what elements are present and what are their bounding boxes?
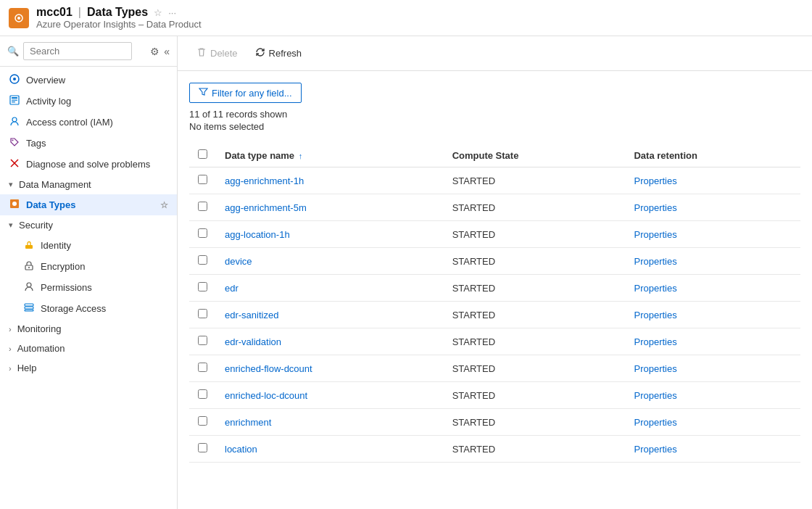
- data-type-retention[interactable]: Properties: [625, 436, 800, 463]
- refresh-button[interactable]: Refresh: [248, 44, 310, 63]
- data-type-retention[interactable]: Properties: [625, 382, 800, 409]
- table-row: edrSTARTEDProperties: [189, 275, 800, 302]
- row-checkbox[interactable]: [198, 228, 207, 238]
- col-header-name: Data type name ↑: [216, 144, 444, 167]
- data-type-name[interactable]: agg-enrichment-1h: [216, 167, 444, 194]
- collapse-icon[interactable]: «: [164, 46, 170, 57]
- sidebar-nav: Overview Activity log Access control (IA…: [0, 67, 177, 509]
- sidebar-section-data-management[interactable]: ▾ Data Managment: [0, 175, 177, 194]
- sidebar-item-encryption[interactable]: Encryption: [0, 256, 177, 277]
- activity-log-icon: [9, 95, 20, 107]
- filter-bar: Filter for any field...: [189, 83, 800, 103]
- sidebar-item-tags[interactable]: Tags: [0, 133, 177, 154]
- data-type-state: STARTED: [444, 409, 626, 436]
- records-shown: 11 of 11 records shown: [189, 109, 800, 120]
- data-table: Data type name ↑ Compute State Data rete…: [189, 144, 800, 463]
- svg-point-9: [12, 117, 17, 122]
- favorite-icon[interactable]: ☆: [154, 7, 162, 18]
- data-types-star-icon[interactable]: ☆: [160, 200, 168, 210]
- data-type-state: STARTED: [444, 302, 626, 328]
- more-options-icon[interactable]: ···: [168, 7, 176, 18]
- data-management-chevron: ▾: [9, 180, 13, 189]
- sidebar-item-overview[interactable]: Overview: [0, 70, 177, 91]
- sidebar-section-help[interactable]: › Help: [0, 358, 177, 378]
- row-checkbox[interactable]: [198, 309, 207, 318]
- sidebar-item-access-control[interactable]: Access control (IAM): [0, 112, 177, 133]
- automation-chevron: ›: [9, 344, 12, 353]
- main-content: Delete Refresh Filter for any field...: [178, 36, 812, 509]
- storage-access-icon: [23, 302, 35, 315]
- delete-label: Delete: [210, 48, 238, 59]
- row-checkbox[interactable]: [198, 363, 207, 372]
- data-type-name[interactable]: device: [216, 248, 444, 275]
- table-row: enriched-flow-dcountSTARTEDProperties: [189, 355, 800, 382]
- svg-rect-8: [12, 102, 15, 102]
- data-type-retention[interactable]: Properties: [625, 355, 800, 382]
- sidebar-section-monitoring[interactable]: › Monitoring: [0, 319, 177, 339]
- data-type-retention[interactable]: Properties: [625, 328, 800, 355]
- table-row: edr-validationSTARTEDProperties: [189, 328, 800, 355]
- data-type-retention[interactable]: Properties: [625, 409, 800, 436]
- data-type-name[interactable]: agg-location-1h: [216, 221, 444, 248]
- search-input[interactable]: [23, 42, 132, 60]
- filter-button[interactable]: Filter for any field...: [189, 83, 302, 103]
- header-separator: |: [78, 6, 81, 19]
- data-type-name[interactable]: location: [216, 436, 444, 463]
- data-type-name[interactable]: enrichment: [216, 409, 444, 436]
- sidebar-item-diagnose[interactable]: Diagnose and solve problems: [0, 154, 177, 175]
- top-header: mcc01 | Data Types ☆ ··· Azure Operator …: [0, 0, 812, 36]
- sidebar-section-data-management-label: Data Managment: [19, 179, 91, 190]
- sidebar-item-storage-access[interactable]: Storage Access: [0, 298, 177, 319]
- sidebar-item-activity-log[interactable]: Activity log: [0, 91, 177, 112]
- sidebar-item-data-types[interactable]: Data Types ☆: [0, 194, 177, 215]
- settings-icon[interactable]: ⚙: [150, 46, 160, 57]
- sidebar-item-encryption-label: Encryption: [41, 261, 85, 272]
- permissions-icon: [23, 281, 35, 294]
- data-type-name[interactable]: edr: [216, 275, 444, 302]
- row-checkbox[interactable]: [198, 255, 207, 265]
- svg-rect-15: [25, 245, 33, 249]
- select-all-header[interactable]: [189, 144, 216, 167]
- row-checkbox[interactable]: [198, 443, 207, 452]
- monitoring-chevron: ›: [9, 325, 12, 334]
- sidebar-item-permissions[interactable]: Permissions: [0, 277, 177, 298]
- data-type-state: STARTED: [444, 194, 626, 221]
- sidebar-section-security[interactable]: ▾ Security: [0, 215, 177, 235]
- delete-icon: [196, 47, 207, 59]
- select-all-checkbox[interactable]: [198, 149, 207, 159]
- data-type-retention[interactable]: Properties: [625, 302, 800, 328]
- row-checkbox[interactable]: [198, 336, 207, 345]
- sort-icon[interactable]: ↑: [299, 152, 303, 160]
- sidebar-item-identity[interactable]: Identity: [0, 235, 177, 256]
- svg-point-18: [27, 283, 31, 287]
- help-chevron: ›: [9, 364, 12, 373]
- svg-point-10: [12, 140, 14, 141]
- data-type-name[interactable]: edr-validation: [216, 328, 444, 355]
- encryption-icon: [23, 260, 35, 273]
- data-type-retention[interactable]: Properties: [625, 221, 800, 248]
- row-checkbox[interactable]: [198, 416, 207, 426]
- sidebar-section-monitoring-label: Monitoring: [17, 323, 62, 334]
- row-checkbox[interactable]: [198, 202, 207, 211]
- row-checkbox[interactable]: [198, 175, 207, 184]
- data-type-name[interactable]: enriched-flow-dcount: [216, 355, 444, 382]
- table-row: deviceSTARTEDProperties: [189, 248, 800, 275]
- sidebar-section-automation[interactable]: › Automation: [0, 339, 177, 358]
- app-icon: [9, 8, 29, 28]
- data-type-retention[interactable]: Properties: [625, 275, 800, 302]
- data-type-name[interactable]: edr-sanitized: [216, 302, 444, 328]
- data-type-retention[interactable]: Properties: [625, 194, 800, 221]
- svg-rect-6: [12, 97, 17, 99]
- diagnose-icon: [9, 158, 20, 170]
- data-type-retention[interactable]: Properties: [625, 248, 800, 275]
- search-icon: 🔍: [7, 46, 19, 57]
- row-checkbox[interactable]: [198, 282, 207, 291]
- row-checkbox[interactable]: [198, 389, 207, 399]
- delete-button[interactable]: Delete: [189, 44, 245, 63]
- data-type-name[interactable]: agg-enrichment-5m: [216, 194, 444, 221]
- sidebar-item-activity-log-label: Activity log: [26, 96, 168, 107]
- tags-icon: [9, 137, 20, 149]
- data-type-name[interactable]: enriched-loc-dcount: [216, 382, 444, 409]
- sidebar-item-access-control-label: Access control (IAM): [26, 117, 168, 128]
- data-type-retention[interactable]: Properties: [625, 167, 800, 194]
